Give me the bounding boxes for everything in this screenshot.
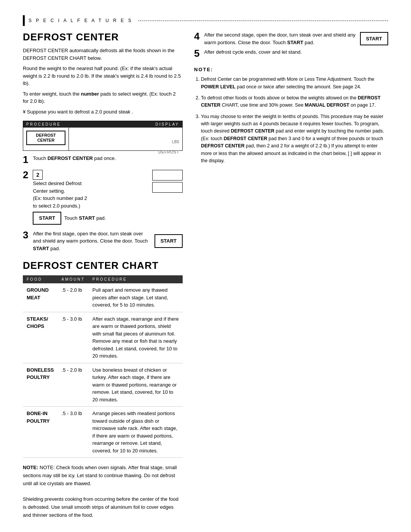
display-box-1 [152,170,183,181]
step2-line2: Center setting. [33,187,148,195]
step2-right [152,170,183,209]
step1-instruction: Touch DEFROST CENTER pad once. [33,155,183,162]
procedure-cell: After each stage, rearrange and if there… [89,312,183,363]
step3-content: After the first stage, open the door, tu… [33,230,183,252]
chart-title: Defrost Center Chart [23,260,183,272]
footer-note2: Shielding prevents cooking from occurrin… [23,495,183,519]
right-column: 4 After the second stage, open the door,… [194,31,388,519]
chart-section: Defrost Center Chart FOOD AMOUNT PROCEDU… [23,260,183,458]
main-layout: Defrost Center DEFROST CENTER automatica… [23,31,388,519]
food-cell: STEAKS/CHOPS [23,312,58,363]
step2-content: 2 Select desired Defrost Center setting.… [33,170,183,225]
note-title: NOTE: [194,66,388,73]
step3-text: After the first stage, open the door, tu… [33,230,151,252]
step2-body: 2 Select desired Defrost Center setting.… [33,170,183,209]
list-item: Defrost Center can be programmed with Mo… [201,76,388,91]
start-button-step2[interactable]: START [33,212,61,225]
note-section: NOTE: Defrost Center can be programmed w… [194,66,388,165]
step4-num: 4 [194,31,199,46]
section-line [138,21,388,21]
left-column: Defrost Center DEFROST CENTER automatica… [23,31,183,519]
start-button-step3[interactable]: START [155,234,183,248]
procedure-left: DEFROST CENTER [23,128,69,150]
defrost-chart-table: FOOD AMOUNT PROCEDURE GROUNDMEAT.5 - 2.0… [23,275,183,458]
page-number: 22 [23,531,388,532]
procedure-body: DEFROST CENTER LBS DEFROST [23,128,182,150]
step1-num: 1 [23,155,28,165]
step5-num: 5 [194,48,199,58]
note-list: Defrost Center can be programmed with Mo… [194,76,388,165]
step5-row: 5 After defrost cycle ends, cover and le… [194,48,388,58]
defrost-center-button[interactable]: DEFROST CENTER [26,131,65,145]
start-instruction: Touch START pad. [64,214,106,222]
step4-row: 4 After the second stage, open the door,… [194,31,388,46]
footer-note1: NOTE: NOTE: Check foods when oven signal… [23,464,183,487]
step1-row: 1 Touch DEFROST CENTER pad once. [23,155,183,165]
section-label: S P E C I A L F E A T U R E S [29,18,133,23]
num2-box: 2 [33,170,43,180]
list-item: To defrost other foods or foods above or… [201,94,388,109]
step1-content: Touch DEFROST CENTER pad once. [33,155,183,162]
start-row: START Touch START pad. [33,212,183,225]
step2-line4: to select 2.0 pounds.) [33,202,148,210]
special-features-header: S P E C I A L F E A T U R E S [23,15,388,26]
step2-line3: (Ex: touch number pad 2 [33,195,148,202]
table-row: GROUNDMEAT.5 - 2.0 lbPull apart and remo… [23,283,183,312]
step4-body: After the second stage, open the door, t… [204,31,388,46]
start-button-step4[interactable]: START [360,32,388,46]
step3-num: 3 [23,230,28,240]
display-box-2 [152,182,183,193]
amount-cell: .5 - 3.0 lb [58,407,89,458]
intro-text-3: To enter weight, touch the number pads t… [23,90,183,105]
step4-text: After the second stage, open the door, t… [204,31,357,46]
procedure-col1-label: PROCEDURE [26,122,61,126]
step3-body: After the first stage, open the door, tu… [33,230,183,252]
step2-num: 2 [23,170,28,180]
intro-text-4: ¥ Suppose you want to defrost a 2.0 poun… [23,108,183,116]
step2-line1: Select desired Defrost [33,180,148,187]
amount-cell: .5 - 3.0 lb [58,312,89,363]
list-item: You may choose to enter the weight in te… [201,113,388,165]
step2-left: 2 Select desired Defrost Center setting.… [33,170,148,209]
step5-content: After defrost cycle ends, cover and let … [204,48,388,58]
step2-row: 2 2 Select desired Defrost Center settin… [23,170,183,225]
chart-header-procedure: PROCEDURE [89,275,183,283]
procedure-cell: Use boneless breast of chicken or turkey… [89,363,183,407]
footer-notes: NOTE: NOTE: Check foods when oven signal… [23,464,183,519]
chart-header-food: FOOD [23,275,58,283]
defrost-display-label: DEFROST [158,150,179,154]
intro-text-1: DEFROST CENTER automatically defrosts al… [23,47,183,62]
food-cell: GROUNDMEAT [23,283,58,312]
food-cell: BONE-INPOULTRY [23,407,58,458]
table-row: BONELESSPOULTRY.5 - 2.0 lbUse boneless b… [23,363,183,407]
procedure-header: PROCEDURE DISPLAY [23,121,182,128]
chart-header-amount: AMOUNT [58,275,89,283]
step3-row: 3 After the first stage, open the door, … [23,230,183,252]
amount-cell: .5 - 2.0 lb [58,283,89,312]
defrost-center-title: Defrost Center [23,31,183,43]
procedure-cell: Arrange pieces with meatiest portions to… [89,407,183,458]
step4-content: After the second stage, open the door, t… [204,31,388,46]
section-bar [23,15,25,26]
food-cell: BONELESSPOULTRY [23,363,58,407]
procedure-col2-label: DISPLAY [156,122,180,126]
intro-text-2: Round the weight to the nearest half pou… [23,65,183,87]
procedure-right: LBS DEFROST [69,128,182,150]
step5-text: After defrost cycle ends, cover and let … [204,48,388,56]
table-row: BONE-INPOULTRY.5 - 3.0 lbArrange pieces … [23,407,183,458]
procedure-box: PROCEDURE DISPLAY DEFROST CENTER LBS DEF… [23,121,183,151]
table-row: STEAKS/CHOPS.5 - 3.0 lbAfter each stage,… [23,312,183,363]
lbs-label: LBS [72,140,179,144]
amount-cell: .5 - 2.0 lb [58,363,89,407]
procedure-cell: Pull apart and remove any thawed pieces … [89,283,183,312]
